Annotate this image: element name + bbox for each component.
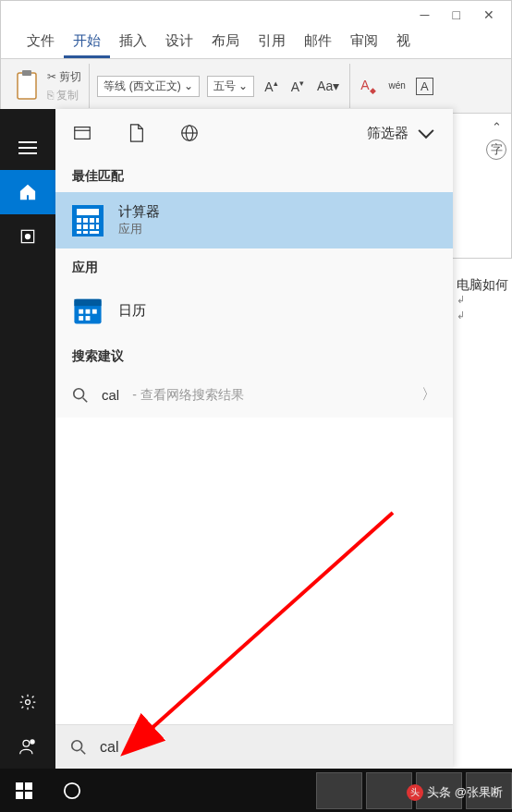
home-button[interactable] <box>0 170 55 214</box>
result-title: 计算器 <box>118 203 160 221</box>
menu-button[interactable] <box>0 126 55 170</box>
svg-rect-0 <box>18 73 36 99</box>
chevron-down-icon: ⌄ <box>184 79 193 92</box>
char-style-button[interactable]: 字 <box>486 139 506 160</box>
tab-view[interactable]: 视 <box>387 29 420 58</box>
close-button[interactable]: ✕ <box>483 7 494 22</box>
watermark: 头 头条 @张果断 <box>407 784 503 801</box>
title-bar: ─ □ ✕ <box>1 1 511 29</box>
result-calculator[interactable]: 计算器 应用 <box>55 192 453 248</box>
copy-button[interactable]: ⎘ 复制 <box>47 88 81 103</box>
chevron-up-icon[interactable]: ⌃ <box>492 120 502 134</box>
svg-rect-13 <box>77 209 99 215</box>
tab-review[interactable]: 审阅 <box>341 29 387 58</box>
filter-dropdown[interactable]: 筛选器 <box>367 123 436 143</box>
char-border-button[interactable]: A <box>416 78 433 95</box>
font-family-select[interactable]: 等线 (西文正文) ⌄ <box>97 76 200 97</box>
svg-rect-31 <box>86 316 91 321</box>
tab-mailings[interactable]: 邮件 <box>295 29 341 58</box>
result-title: 日历 <box>118 302 146 320</box>
home-icon <box>18 183 37 201</box>
scope-documents-button[interactable] <box>126 123 146 143</box>
svg-rect-29 <box>92 309 97 314</box>
side-tools: ⌃ 字 <box>486 120 506 160</box>
svg-rect-27 <box>79 309 83 314</box>
start-sidebar <box>0 109 55 769</box>
document-icon <box>126 123 146 143</box>
scope-all-button[interactable] <box>72 123 92 143</box>
cortana-icon <box>63 782 81 800</box>
svg-rect-7 <box>75 127 91 139</box>
svg-rect-21 <box>96 224 99 229</box>
tab-home[interactable]: 开始 <box>64 29 110 58</box>
chevron-right-icon: 〉 <box>421 385 436 405</box>
window-icon <box>72 123 92 143</box>
search-panel: 筛选器 最佳匹配 计算器 应用 应用 日历 搜索建议 cal - 查看网络搜索结… <box>55 109 453 769</box>
svg-rect-19 <box>83 224 88 229</box>
svg-rect-36 <box>16 782 23 790</box>
chevron-down-icon: ⌄ <box>238 79 248 92</box>
increase-font-button[interactable]: A▴ <box>262 79 280 94</box>
start-button[interactable] <box>0 769 48 812</box>
avatar-icon: 头 <box>407 784 423 801</box>
svg-rect-30 <box>79 316 83 321</box>
decrease-font-button[interactable]: A▾ <box>288 79 307 94</box>
svg-rect-28 <box>86 309 91 314</box>
scope-web-button[interactable] <box>179 123 200 143</box>
search-input[interactable] <box>100 739 438 756</box>
paste-icon[interactable] <box>14 69 40 103</box>
tab-insert[interactable]: 插入 <box>110 29 156 58</box>
apps-icon <box>18 227 37 246</box>
search-scope-tabs: 筛选器 <box>55 109 453 157</box>
globe-icon <box>179 123 200 143</box>
svg-point-3 <box>26 235 30 239</box>
person-icon <box>18 737 37 756</box>
svg-rect-39 <box>25 792 32 799</box>
ribbon-content: ✂ 剪切 ⎘ 复制 等线 (西文正文) ⌄ 五号 ⌄ A▴ A▾ Aa▾ A◆ … <box>1 58 511 114</box>
font-size-select[interactable]: 五号 ⌄ <box>207 76 254 97</box>
svg-point-32 <box>74 388 84 398</box>
section-suggestions: 搜索建议 <box>55 337 453 372</box>
pinyin-button[interactable]: wén <box>386 81 408 91</box>
clear-format-button[interactable]: A◆ <box>358 78 378 95</box>
taskbar-app[interactable] <box>366 772 412 809</box>
result-calendar[interactable]: 日历 <box>55 284 453 337</box>
svg-rect-26 <box>74 299 101 306</box>
svg-line-33 <box>83 397 88 402</box>
tab-design[interactable]: 设计 <box>156 29 202 58</box>
svg-rect-20 <box>90 224 94 229</box>
taskbar-app[interactable] <box>316 772 362 809</box>
tab-file[interactable]: 文件 <box>18 29 64 58</box>
calendar-icon <box>72 295 104 326</box>
svg-point-4 <box>26 700 30 705</box>
svg-rect-17 <box>96 218 99 223</box>
svg-rect-1 <box>22 70 31 76</box>
svg-rect-16 <box>90 218 94 223</box>
svg-rect-23 <box>83 231 88 234</box>
svg-rect-15 <box>83 218 88 223</box>
svg-point-5 <box>23 740 30 746</box>
gear-icon <box>18 693 37 711</box>
scissors-icon: ✂ <box>47 70 56 83</box>
svg-rect-37 <box>25 782 32 790</box>
cut-button[interactable]: ✂ 剪切 <box>47 69 81 85</box>
maximize-button[interactable]: □ <box>453 7 460 22</box>
svg-line-35 <box>81 749 86 754</box>
tab-layout[interactable]: 布局 <box>202 29 249 58</box>
account-button[interactable] <box>0 724 55 769</box>
apps-button[interactable] <box>0 214 55 259</box>
search-icon <box>70 739 87 756</box>
search-box[interactable] <box>55 724 453 769</box>
change-case-button[interactable]: Aa▾ <box>314 79 342 93</box>
section-apps: 应用 <box>55 248 453 284</box>
calculator-icon <box>72 205 104 236</box>
minimize-button[interactable]: ─ <box>421 7 430 22</box>
tab-references[interactable]: 引用 <box>249 29 295 58</box>
cortana-button[interactable] <box>48 769 96 812</box>
settings-button[interactable] <box>0 680 55 724</box>
web-search-suggestion[interactable]: cal - 查看网络搜索结果 〉 <box>55 372 453 418</box>
svg-rect-38 <box>16 792 23 799</box>
svg-point-6 <box>30 740 34 744</box>
svg-point-40 <box>65 782 79 797</box>
document-body: 电脑如何 ↲ ↲ <box>457 277 508 325</box>
